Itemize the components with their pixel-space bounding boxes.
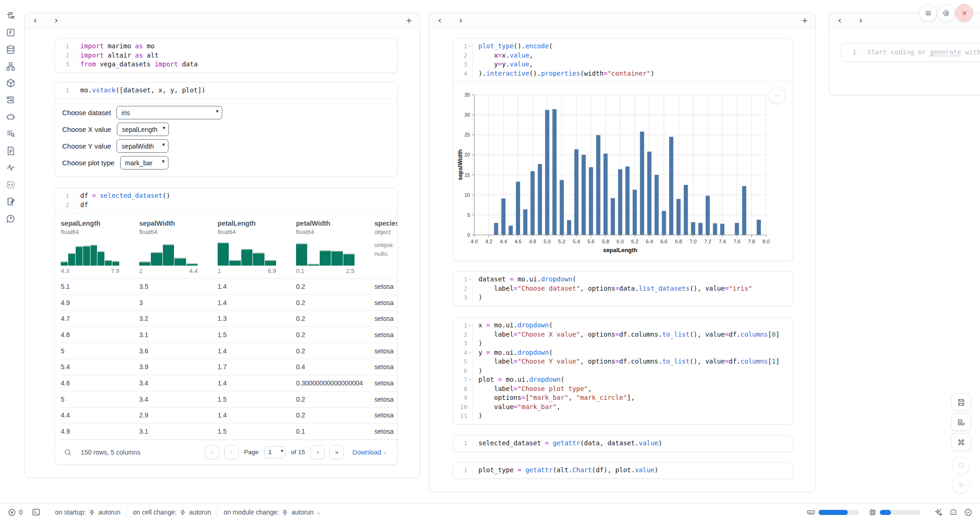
code-editor[interactable]: df = selected_dataset()df [75,191,397,209]
documentation-icon[interactable] [6,146,17,157]
editor-placeholder[interactable]: Start coding or generate with AI [862,48,980,57]
fold-chevron-icon[interactable]: ∨ [467,375,472,384]
svg-text:0: 0 [467,232,470,238]
dropdown-select-mark_bar[interactable]: mark_bar▾ [120,156,168,169]
table-row[interactable]: 53.41.50.2setosa [61,391,397,408]
packages-icon[interactable] [6,78,17,89]
column-header-sepalWidth[interactable]: sepalWidthfloat6424.4 [139,219,218,274]
snippets-icon[interactable] [6,180,17,191]
table-row[interactable]: 4.63.41.40.30000000000000004setosa [61,375,397,391]
ai-assist-button[interactable] [934,508,943,517]
chat-icon[interactable] [6,112,17,123]
empty-code-cell[interactable]: 1 Start coding or generate with AI [841,43,980,62]
line-number-gutter: 1∨234∨567∨891011 [453,321,473,421]
command-palette-button[interactable] [951,433,971,451]
column-header-petalWidth[interactable]: petalWidthfloat640.12.5 [296,219,374,274]
dropdown-select-iris[interactable]: iris▾ [116,106,222,119]
fold-chevron-icon[interactable]: ∨ [467,42,472,51]
table-row[interactable]: 4.93.11.50.1setosa [61,423,397,440]
stop-all-button[interactable] [952,456,970,474]
table-row[interactable]: 4.931.40.2setosa [61,295,397,311]
memory-usage[interactable] [806,508,859,517]
dropdown-label: Choose X value [62,125,111,133]
page-select[interactable]: 1▾ [264,446,285,458]
dropdown-select-sepalLength[interactable]: sepalLength▾ [117,123,169,136]
code-cell-xy-plot-dropdowns[interactable]: 1∨234∨567∨891011x = mo.ui.dropdown( labe… [452,317,793,424]
dropdown-select-sepalWidth[interactable]: sepalWidth▾ [116,139,168,153]
table-row[interactable]: 5.13.51.40.2setosa [61,279,397,295]
terminal-button[interactable] [32,508,41,517]
code-cell-vstack[interactable]: 1mo.vstack([dataset, x, y, plot]) Choose… [54,82,398,176]
table-row[interactable]: 53.61.40.2setosa [61,343,397,359]
fold-chevron-icon[interactable]: ∨ [467,321,472,330]
generate-with-ai-link[interactable]: generate [930,48,961,56]
code-editor[interactable]: plot_type = getattr(alt.Chart(df), plot.… [473,466,793,475]
settings-button[interactable] [937,4,955,22]
code-editor[interactable]: mo.vstack([dataset, x, y, plot]) [75,86,397,95]
tracing-icon[interactable] [6,163,17,174]
code-editor[interactable]: plot_type().encode( x=x.value, y=y.value… [473,42,793,78]
file-explorer-icon[interactable] [6,11,17,22]
column-prev-icon[interactable] [836,17,844,25]
notebook-menu-button[interactable] [919,4,937,22]
column-next-icon[interactable] [52,17,60,25]
code-editor[interactable]: import marimo as moimport altair as altf… [75,42,397,69]
functions-icon[interactable] [6,27,17,39]
last-page-button[interactable]: » [329,445,344,459]
column-header-species[interactable]: speciesobjectunique:nulls: [374,219,397,274]
error-count[interactable]: 0 [7,508,23,517]
svg-text:4.2: 4.2 [485,239,492,244]
code-editor[interactable]: dataset = mo.ui.dropdown( label="Choose … [473,275,793,302]
on-startup-setting[interactable]: on startup: autorun [55,508,121,516]
cpu-usage[interactable] [868,508,921,517]
save-button[interactable] [951,393,971,411]
scratchpad-icon[interactable] [6,196,17,208]
code-cell-imports[interactable]: 123import marimo as moimport altair as a… [54,38,398,73]
code-cell-dataset-dropdown[interactable]: 1∨23dataset = mo.ui.dropdown( label="Cho… [452,271,793,306]
dropdown-control-row: Choose X valuesepalLength▾ [62,121,397,138]
table-row[interactable]: 4.42.91.40.2setosa [61,408,397,424]
connection-status-button[interactable] [964,508,973,517]
table-footer: 150 rows, 5 columns « ‹ Page 1▾ of 15 › … [55,440,397,464]
fold-chevron-icon[interactable]: ∨ [467,348,472,358]
prev-page-button[interactable]: ‹ [224,445,239,459]
on-cell-change-setting[interactable]: on cell change: autorun [133,508,211,516]
logs-icon[interactable] [6,129,17,140]
code-cell-dataframe[interactable]: 12df = selected_dataset()df sepalLengthf… [54,188,398,465]
run-all-button[interactable] [952,476,970,494]
code-editor[interactable]: selected_dataset = getattr(data, dataset… [473,439,793,448]
code-cell-plot-type[interactable]: 1plot_type = getattr(alt.Chart(df), plot… [452,462,793,479]
first-page-button[interactable]: « [205,445,219,459]
code-cell-selected-dataset[interactable]: 1selected_dataset = getattr(data, datase… [452,435,793,452]
line-number-gutter: 1 [453,466,473,475]
add-cell-icon[interactable] [405,17,413,25]
code-editor[interactable]: x = mo.ui.dropdown( label="Choose X valu… [473,321,793,421]
column-next-icon[interactable] [856,17,864,25]
column-header-petalLength[interactable]: petalLengthfloat6416.9 [218,219,296,274]
layout-toggle-button[interactable] [951,413,971,431]
next-page-button[interactable]: › [310,445,325,459]
search-icon[interactable] [64,448,72,456]
column-header-sepalLength[interactable]: sepalLengthfloat644.37.9 [61,219,139,274]
lightning-icon [180,509,187,516]
column-next-icon[interactable] [456,17,464,25]
svg-text:7.0: 7.0 [690,239,696,244]
table-row[interactable]: 4.63.11.50.2setosa [61,327,397,343]
on-module-change-setting[interactable]: on module change: autorun ⌄ [224,508,321,516]
table-row[interactable]: 4.73.21.30.2setosa [61,311,397,327]
column-prev-icon[interactable] [31,17,39,25]
copilot-button[interactable] [949,508,958,517]
dependency-graph-icon[interactable] [6,61,17,72]
column-prev-icon[interactable] [436,17,444,25]
add-cell-icon[interactable] [800,17,809,25]
download-button[interactable]: Download⌄ [352,449,387,456]
fold-chevron-icon[interactable]: ∨ [467,275,472,284]
datasources-icon[interactable] [6,45,17,56]
chart-menu-button[interactable]: ⋯ [769,87,786,104]
svg-text:7.6: 7.6 [733,239,740,244]
scripts-icon[interactable] [6,95,17,106]
table-row[interactable]: 5.43.91.70.4setosa [61,359,397,375]
close-panel-button[interactable] [955,4,973,22]
help-icon[interactable] [6,214,17,225]
code-cell-plot[interactable]: 1∨234plot_type().encode( x=x.value, y=y.… [452,38,793,261]
